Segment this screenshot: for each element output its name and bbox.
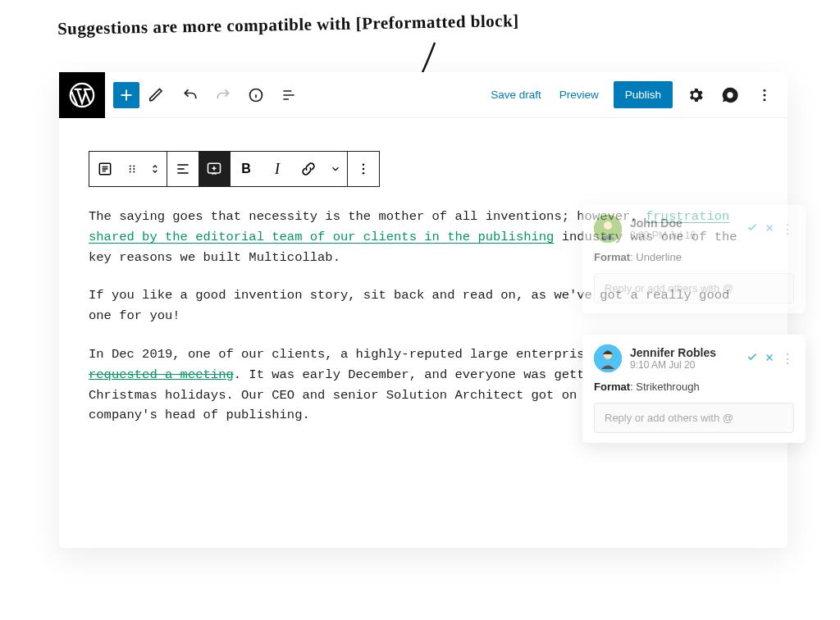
reject-icon[interactable]	[765, 221, 774, 236]
publish-button[interactable]: Publish	[614, 81, 673, 108]
accept-icon[interactable]	[746, 351, 758, 366]
avatar	[594, 215, 622, 243]
svg-point-9	[133, 166, 135, 167]
accept-icon[interactable]	[746, 221, 758, 236]
edit-mode-icon[interactable]	[143, 80, 172, 110]
svg-point-6	[130, 166, 131, 167]
comment-body: Format: Underline	[594, 251, 794, 263]
drag-handle-icon[interactable]	[121, 152, 144, 186]
undo-icon[interactable]	[176, 80, 205, 110]
reply-input[interactable]: Reply or add others with @	[594, 273, 794, 303]
italic-button[interactable]: I	[262, 152, 293, 186]
save-draft-button[interactable]: Save draft	[487, 84, 545, 106]
outline-icon[interactable]	[274, 80, 304, 110]
svg-point-4	[764, 98, 766, 101]
add-block-button[interactable]	[113, 82, 139, 108]
avatar	[594, 344, 622, 372]
link-icon[interactable]	[293, 152, 324, 186]
bold-button[interactable]: B	[231, 152, 262, 186]
align-icon[interactable]	[167, 152, 199, 186]
toolbar-left-group	[105, 80, 304, 110]
top-toolbar: Save draft Preview Publish	[59, 72, 788, 118]
comment-card-2[interactable]: Jennifer Robles 9:10 AM Jul 20 ⋮ Format:…	[582, 335, 806, 443]
comment-user-name: Jennifer Robles	[630, 346, 738, 359]
settings-gear-icon[interactable]	[684, 84, 707, 107]
reject-icon[interactable]	[765, 351, 774, 366]
chevron-down-icon[interactable]	[324, 152, 347, 186]
comment-timestamp: 9:10 AM Jul 20	[630, 359, 738, 371]
wordpress-logo[interactable]	[59, 72, 105, 118]
toolbar-right-group: Save draft Preview Publish	[487, 81, 788, 108]
comment-more-icon[interactable]: ⋮	[781, 221, 794, 237]
info-icon[interactable]	[241, 80, 271, 110]
redo-icon[interactable]	[208, 80, 238, 110]
handwritten-annotation: Suggestions are more compatible with [Pr…	[57, 11, 519, 39]
block-more-icon[interactable]	[348, 152, 379, 186]
suggestion-mode-icon[interactable]	[199, 152, 230, 186]
comment-user-name: John Doe	[630, 217, 738, 230]
svg-point-14	[363, 168, 364, 170]
move-up-down-icon[interactable]	[144, 152, 167, 186]
svg-point-8	[130, 171, 131, 173]
block-toolbar: B I	[89, 151, 380, 187]
block-type-icon[interactable]	[89, 152, 121, 186]
svg-point-17	[604, 221, 612, 230]
svg-point-11	[133, 171, 135, 173]
svg-point-7	[130, 168, 131, 170]
comment-body: Format: Strikethrough	[594, 381, 794, 393]
svg-point-15	[363, 172, 364, 174]
svg-point-10	[133, 168, 135, 170]
preview-button[interactable]: Preview	[556, 84, 602, 106]
svg-point-2	[764, 89, 766, 91]
svg-point-3	[764, 93, 766, 96]
comment-more-icon[interactable]: ⋮	[781, 351, 794, 367]
svg-point-13	[363, 164, 364, 166]
activity-icon[interactable]	[719, 84, 742, 107]
comment-card-1[interactable]: John Doe 3:00 PM Jul 16 ⋮ Format: Underl…	[582, 205, 806, 313]
more-menu-icon[interactable]	[753, 84, 776, 107]
reply-input[interactable]: Reply or add others with @	[594, 403, 794, 433]
comment-timestamp: 3:00 PM Jul 16	[630, 230, 738, 241]
